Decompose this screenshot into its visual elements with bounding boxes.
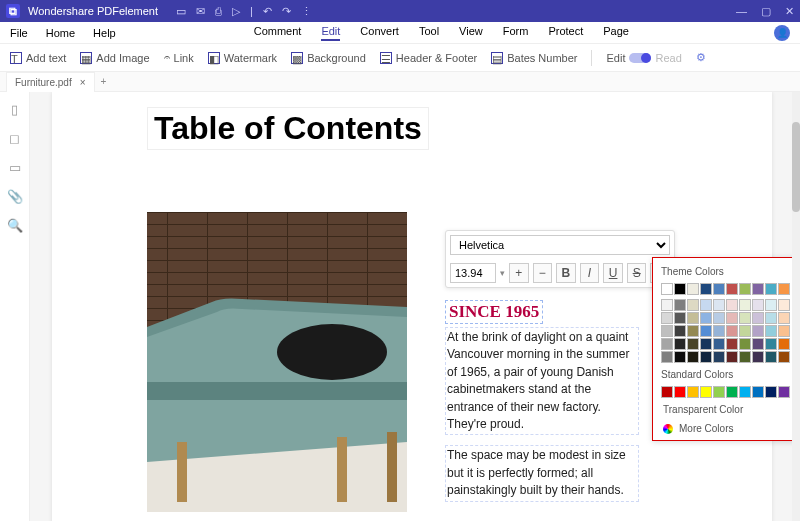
color-swatch[interactable] xyxy=(752,299,764,311)
color-swatch[interactable] xyxy=(713,386,725,398)
color-swatch[interactable] xyxy=(752,351,764,363)
color-swatch[interactable] xyxy=(739,283,751,295)
maximize-button[interactable]: ▢ xyxy=(761,5,771,18)
color-swatch[interactable] xyxy=(765,283,777,295)
comments-icon[interactable]: ▭ xyxy=(9,160,21,175)
more-colors-link[interactable]: More Colors xyxy=(653,419,800,438)
color-swatch[interactable] xyxy=(674,386,686,398)
link-button[interactable]: 𝄐Link xyxy=(164,51,194,64)
paragraph-1[interactable]: At the brink of daylight on a quaint Van… xyxy=(445,327,639,435)
edit-mode-toggle[interactable]: EditRead xyxy=(606,52,681,64)
color-swatch[interactable] xyxy=(752,338,764,350)
color-swatch[interactable] xyxy=(674,351,686,363)
color-swatch[interactable] xyxy=(661,299,673,311)
new-tab-button[interactable]: + xyxy=(101,76,107,87)
document-tab[interactable]: Furniture.pdf × xyxy=(6,72,95,92)
document-image[interactable] xyxy=(147,212,407,512)
color-swatch[interactable] xyxy=(687,386,699,398)
heading-toc[interactable]: Table of Contents xyxy=(147,107,429,150)
color-swatch[interactable] xyxy=(674,325,686,337)
color-swatch[interactable] xyxy=(726,283,738,295)
color-swatch[interactable] xyxy=(713,325,725,337)
color-swatch[interactable] xyxy=(765,338,777,350)
dropdown-icon[interactable]: ▾ xyxy=(500,268,505,278)
menu-file[interactable]: File xyxy=(10,27,28,39)
paragraph-2[interactable]: The space may be modest in size but it i… xyxy=(445,445,639,501)
color-swatch[interactable] xyxy=(739,351,751,363)
color-swatch[interactable] xyxy=(674,312,686,324)
menu-page[interactable]: Page xyxy=(603,25,629,41)
more-icon[interactable]: ⋮ xyxy=(301,5,312,18)
color-swatch[interactable] xyxy=(713,351,725,363)
settings-gear-icon[interactable]: ⚙ xyxy=(696,51,706,64)
color-swatch[interactable] xyxy=(726,299,738,311)
color-swatch[interactable] xyxy=(752,283,764,295)
color-swatch[interactable] xyxy=(687,299,699,311)
menu-comment[interactable]: Comment xyxy=(254,25,302,41)
tab-close-icon[interactable]: × xyxy=(80,77,86,88)
color-swatch[interactable] xyxy=(726,325,738,337)
color-swatch[interactable] xyxy=(687,312,699,324)
underline-button[interactable]: U xyxy=(603,263,623,283)
header-footer-button[interactable]: ☰Header & Footer xyxy=(380,52,477,64)
italic-button[interactable]: I xyxy=(580,263,600,283)
color-swatch[interactable] xyxy=(765,386,777,398)
close-button[interactable]: ✕ xyxy=(785,5,794,18)
bates-number-button[interactable]: ▤Bates Number xyxy=(491,52,577,64)
color-swatch[interactable] xyxy=(765,351,777,363)
font-name-select[interactable]: Helvetica xyxy=(450,235,670,255)
background-button[interactable]: ▩Background xyxy=(291,52,366,64)
color-swatch[interactable] xyxy=(661,283,673,295)
color-swatch[interactable] xyxy=(739,299,751,311)
open-icon[interactable]: ▭ xyxy=(176,5,186,18)
color-swatch[interactable] xyxy=(687,338,699,350)
thumbnails-icon[interactable]: ▯ xyxy=(11,102,18,117)
color-swatch[interactable] xyxy=(700,299,712,311)
menu-view[interactable]: View xyxy=(459,25,483,41)
color-swatch[interactable] xyxy=(765,312,777,324)
color-swatch[interactable] xyxy=(726,386,738,398)
color-swatch[interactable] xyxy=(661,386,673,398)
color-swatch[interactable] xyxy=(739,386,751,398)
user-avatar-icon[interactable]: 👤 xyxy=(774,25,790,41)
add-image-button[interactable]: ▦Add Image xyxy=(80,52,149,64)
color-swatch[interactable] xyxy=(661,312,673,324)
color-swatch[interactable] xyxy=(765,325,777,337)
minimize-button[interactable]: — xyxy=(736,5,747,18)
color-swatch[interactable] xyxy=(661,351,673,363)
color-swatch[interactable] xyxy=(700,312,712,324)
transparent-color-link[interactable]: Transparent Color xyxy=(653,400,800,419)
menu-form[interactable]: Form xyxy=(503,25,529,41)
color-swatch[interactable] xyxy=(752,386,764,398)
print-icon[interactable]: ⎙ xyxy=(215,5,222,18)
color-swatch[interactable] xyxy=(687,351,699,363)
menu-tool[interactable]: Tool xyxy=(419,25,439,41)
menu-edit[interactable]: Edit xyxy=(321,25,340,41)
color-swatch[interactable] xyxy=(739,325,751,337)
menu-help[interactable]: Help xyxy=(93,27,116,39)
color-swatch[interactable] xyxy=(700,338,712,350)
color-swatch[interactable] xyxy=(739,312,751,324)
search-icon[interactable]: 🔍 xyxy=(7,218,23,233)
redo-icon[interactable]: ↷ xyxy=(282,5,291,18)
save-icon[interactable]: ✉ xyxy=(196,5,205,18)
color-swatch[interactable] xyxy=(700,325,712,337)
color-swatch[interactable] xyxy=(752,312,764,324)
text-since-1965[interactable]: SINCE 1965 xyxy=(445,300,543,324)
color-swatch[interactable] xyxy=(713,283,725,295)
color-swatch[interactable] xyxy=(713,312,725,324)
color-swatch[interactable] xyxy=(687,283,699,295)
color-swatch[interactable] xyxy=(661,338,673,350)
color-swatch[interactable] xyxy=(713,299,725,311)
strike-button[interactable]: S xyxy=(627,263,647,283)
color-swatch[interactable] xyxy=(674,338,686,350)
increase-size-button[interactable]: + xyxy=(509,263,529,283)
color-swatch[interactable] xyxy=(700,386,712,398)
add-text-button[interactable]: TAdd text xyxy=(10,52,66,64)
menu-home[interactable]: Home xyxy=(46,27,75,39)
color-swatch[interactable] xyxy=(726,351,738,363)
color-swatch[interactable] xyxy=(778,283,790,295)
color-swatch[interactable] xyxy=(739,338,751,350)
color-swatch[interactable] xyxy=(661,325,673,337)
color-swatch[interactable] xyxy=(778,312,790,324)
